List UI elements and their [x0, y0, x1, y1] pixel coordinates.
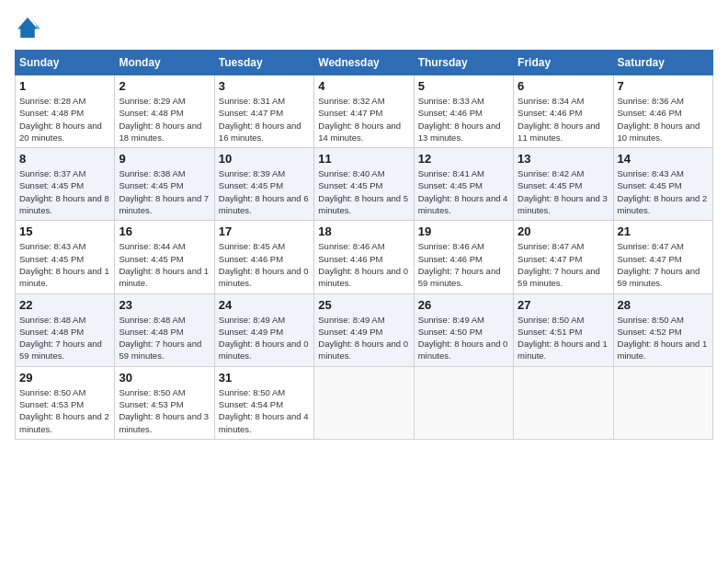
- calendar-week-row: 8 Sunrise: 8:37 AM Sunset: 4:45 PM Dayli…: [16, 148, 713, 221]
- day-info: Sunrise: 8:46 AM Sunset: 4:46 PM Dayligh…: [418, 240, 509, 289]
- calendar-day-cell: 25 Sunrise: 8:49 AM Sunset: 4:49 PM Dayl…: [314, 293, 414, 366]
- sunset-label: Sunset: 4:48 PM: [119, 327, 183, 337]
- daylight-label: Daylight: 7 hours and 59 minutes.: [618, 266, 700, 288]
- sunrise-label: Sunrise: 8:50 AM: [19, 387, 85, 397]
- day-number: 7: [618, 79, 709, 93]
- day-number: 17: [219, 224, 310, 238]
- day-info: Sunrise: 8:37 AM Sunset: 4:45 PM Dayligh…: [19, 167, 110, 216]
- daylight-label: Daylight: 8 hours and 3 minutes.: [119, 411, 209, 433]
- daylight-label: Daylight: 7 hours and 59 minutes.: [518, 266, 600, 288]
- calendar-day-cell: 1 Sunrise: 8:28 AM Sunset: 4:48 PM Dayli…: [16, 75, 115, 148]
- sunset-label: Sunset: 4:48 PM: [19, 108, 84, 118]
- day-info: Sunrise: 8:46 AM Sunset: 4:46 PM Dayligh…: [318, 240, 409, 289]
- daylight-label: Daylight: 8 hours and 1 minute.: [518, 339, 608, 361]
- sunset-label: Sunset: 4:46 PM: [418, 108, 483, 118]
- sunset-label: Sunset: 4:50 PM: [418, 327, 483, 337]
- calendar-day-cell: 10 Sunrise: 8:39 AM Sunset: 4:45 PM Dayl…: [214, 148, 313, 221]
- sunset-label: Sunset: 4:47 PM: [618, 254, 682, 264]
- weekday-header-cell: Friday: [514, 51, 613, 75]
- sunrise-label: Sunrise: 8:50 AM: [119, 387, 185, 397]
- day-info: Sunrise: 8:50 AM Sunset: 4:53 PM Dayligh…: [119, 386, 210, 435]
- day-number: 18: [318, 224, 409, 238]
- sunset-label: Sunset: 4:45 PM: [219, 180, 283, 190]
- day-info: Sunrise: 8:36 AM Sunset: 4:46 PM Dayligh…: [618, 95, 709, 144]
- sunrise-label: Sunrise: 8:49 AM: [418, 315, 484, 325]
- day-info: Sunrise: 8:44 AM Sunset: 4:45 PM Dayligh…: [119, 240, 210, 289]
- sunrise-label: Sunrise: 8:34 AM: [518, 96, 584, 106]
- sunrise-label: Sunrise: 8:40 AM: [318, 168, 384, 178]
- day-info: Sunrise: 8:43 AM Sunset: 4:45 PM Dayligh…: [618, 167, 709, 216]
- sunset-label: Sunset: 4:49 PM: [219, 327, 283, 337]
- weekday-header-cell: Monday: [115, 51, 214, 75]
- day-number: 12: [418, 152, 509, 166]
- day-info: Sunrise: 8:41 AM Sunset: 4:45 PM Dayligh…: [418, 167, 509, 216]
- calendar-day-cell: 18 Sunrise: 8:46 AM Sunset: 4:46 PM Dayl…: [314, 221, 414, 293]
- daylight-label: Daylight: 8 hours and 6 minutes.: [219, 193, 309, 215]
- day-info: Sunrise: 8:49 AM Sunset: 4:49 PM Dayligh…: [219, 314, 310, 362]
- sunset-label: Sunset: 4:54 PM: [219, 399, 283, 409]
- daylight-label: Daylight: 7 hours and 59 minutes.: [119, 339, 201, 361]
- day-info: Sunrise: 8:49 AM Sunset: 4:49 PM Dayligh…: [318, 314, 409, 362]
- svg-marker-0: [17, 17, 38, 38]
- calendar-day-cell: 8 Sunrise: 8:37 AM Sunset: 4:45 PM Dayli…: [16, 148, 115, 221]
- calendar-day-cell: 31 Sunrise: 8:50 AM Sunset: 4:54 PM Dayl…: [214, 366, 313, 439]
- sunset-label: Sunset: 4:45 PM: [19, 180, 84, 190]
- day-info: Sunrise: 8:45 AM Sunset: 4:46 PM Dayligh…: [219, 240, 310, 289]
- weekday-header-cell: Wednesday: [314, 51, 414, 75]
- day-info: Sunrise: 8:39 AM Sunset: 4:45 PM Dayligh…: [219, 167, 310, 216]
- daylight-label: Daylight: 8 hours and 11 minutes.: [518, 121, 600, 143]
- day-number: 5: [418, 79, 509, 93]
- day-number: 25: [318, 298, 409, 312]
- weekday-header-row: SundayMondayTuesdayWednesdayThursdayFrid…: [16, 51, 713, 75]
- daylight-label: Daylight: 8 hours and 1 minute.: [119, 266, 209, 288]
- day-info: Sunrise: 8:40 AM Sunset: 4:45 PM Dayligh…: [318, 167, 409, 216]
- day-info: Sunrise: 8:34 AM Sunset: 4:46 PM Dayligh…: [518, 95, 609, 144]
- day-number: 14: [618, 152, 709, 166]
- daylight-label: Daylight: 8 hours and 16 minutes.: [219, 121, 301, 143]
- sunrise-label: Sunrise: 8:31 AM: [219, 96, 285, 106]
- day-info: Sunrise: 8:32 AM Sunset: 4:47 PM Dayligh…: [318, 95, 409, 144]
- sunset-label: Sunset: 4:45 PM: [618, 180, 682, 190]
- sunrise-label: Sunrise: 8:33 AM: [418, 96, 484, 106]
- calendar-day-cell: 9 Sunrise: 8:38 AM Sunset: 4:45 PM Dayli…: [115, 148, 214, 221]
- calendar-day-cell: 17 Sunrise: 8:45 AM Sunset: 4:46 PM Dayl…: [214, 221, 313, 293]
- day-number: 19: [418, 224, 509, 238]
- calendar-table: SundayMondayTuesdayWednesdayThursdayFrid…: [15, 50, 713, 440]
- calendar-day-cell: 4 Sunrise: 8:32 AM Sunset: 4:47 PM Dayli…: [314, 75, 414, 148]
- day-info: Sunrise: 8:49 AM Sunset: 4:50 PM Dayligh…: [418, 314, 509, 362]
- day-number: 16: [119, 224, 210, 238]
- day-number: 22: [19, 298, 110, 312]
- sunset-label: Sunset: 4:45 PM: [318, 180, 382, 190]
- calendar-week-row: 29 Sunrise: 8:50 AM Sunset: 4:53 PM Dayl…: [16, 366, 713, 439]
- calendar-day-cell: 27 Sunrise: 8:50 AM Sunset: 4:51 PM Dayl…: [514, 293, 613, 366]
- day-number: 4: [318, 79, 409, 93]
- calendar-day-cell: [314, 366, 414, 439]
- day-number: 26: [418, 298, 509, 312]
- day-number: 30: [119, 371, 210, 385]
- sunset-label: Sunset: 4:49 PM: [318, 327, 382, 337]
- sunrise-label: Sunrise: 8:32 AM: [318, 96, 384, 106]
- daylight-label: Daylight: 8 hours and 0 minutes.: [318, 266, 408, 288]
- sunrise-label: Sunrise: 8:39 AM: [219, 168, 285, 178]
- sunrise-label: Sunrise: 8:47 AM: [518, 241, 584, 251]
- logo: [15, 15, 44, 40]
- day-info: Sunrise: 8:38 AM Sunset: 4:45 PM Dayligh…: [119, 167, 210, 216]
- sunrise-label: Sunrise: 8:36 AM: [618, 96, 684, 106]
- daylight-label: Daylight: 8 hours and 10 minutes.: [618, 121, 700, 143]
- calendar-day-cell: 13 Sunrise: 8:42 AM Sunset: 4:45 PM Dayl…: [514, 148, 613, 221]
- calendar-day-cell: 6 Sunrise: 8:34 AM Sunset: 4:46 PM Dayli…: [514, 75, 613, 148]
- calendar-day-cell: 2 Sunrise: 8:29 AM Sunset: 4:48 PM Dayli…: [115, 75, 214, 148]
- day-info: Sunrise: 8:50 AM Sunset: 4:52 PM Dayligh…: [618, 314, 709, 362]
- sunset-label: Sunset: 4:46 PM: [219, 254, 283, 264]
- sunset-label: Sunset: 4:46 PM: [318, 254, 382, 264]
- calendar-day-cell: 23 Sunrise: 8:48 AM Sunset: 4:48 PM Dayl…: [115, 293, 214, 366]
- weekday-header-cell: Saturday: [613, 51, 712, 75]
- sunrise-label: Sunrise: 8:38 AM: [119, 168, 185, 178]
- day-number: 1: [19, 79, 110, 93]
- daylight-label: Daylight: 7 hours and 59 minutes.: [19, 339, 102, 361]
- sunrise-label: Sunrise: 8:46 AM: [318, 241, 384, 251]
- calendar-day-cell: 5 Sunrise: 8:33 AM Sunset: 4:46 PM Dayli…: [414, 75, 513, 148]
- calendar-day-cell: 14 Sunrise: 8:43 AM Sunset: 4:45 PM Dayl…: [613, 148, 712, 221]
- day-info: Sunrise: 8:50 AM Sunset: 4:51 PM Dayligh…: [518, 314, 609, 362]
- header: [15, 15, 713, 40]
